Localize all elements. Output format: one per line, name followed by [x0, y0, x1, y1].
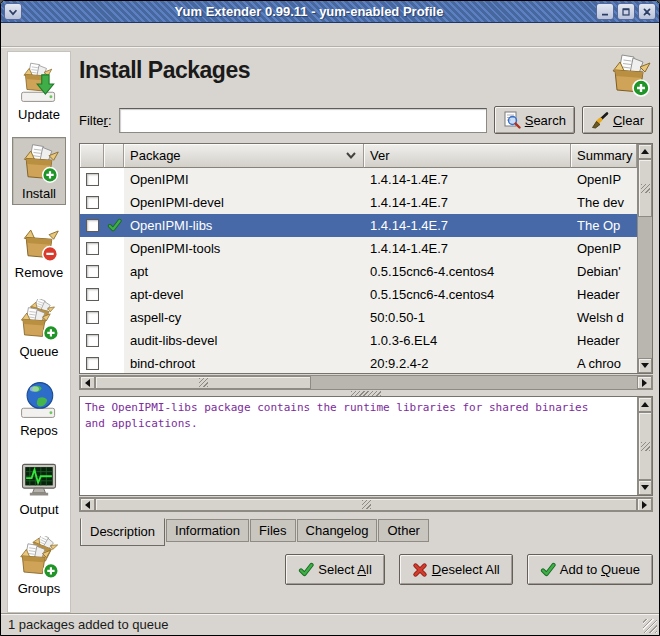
package-version: 1.4.14-1.4E.7: [364, 168, 571, 191]
table-horizontal-scrollbar[interactable]: [79, 375, 653, 390]
search-button[interactable]: Search: [494, 106, 575, 134]
tab-information[interactable]: Information: [166, 519, 249, 542]
package-checkbox[interactable]: [86, 334, 99, 347]
menubar: [1, 23, 659, 47]
table-row[interactable]: OpenIPMI-tools 1.4.14-1.4E.7 OpenIP: [80, 237, 637, 260]
scroll-down-button[interactable]: [638, 480, 652, 495]
window-resize-grip[interactable]: [643, 619, 657, 633]
table-row[interactable]: OpenIPMI 1.4.14-1.4E.7 OpenIP: [80, 168, 637, 191]
scroll-left-button[interactable]: [80, 498, 95, 511]
table-row[interactable]: bind-chroot 20:9.2.4-2 A chroo: [80, 352, 637, 374]
package-name: audit-libs-devel: [124, 329, 364, 352]
content-panel: Install Packages Filter: Search Clear: [79, 51, 653, 613]
table-row[interactable]: audit-libs-devel 1.0.3-6.EL4 Header: [80, 329, 637, 352]
tab-files[interactable]: Files: [250, 519, 295, 542]
statusbar: 1 packages added to queue: [1, 613, 659, 635]
deselect-all-button[interactable]: Deselect All: [399, 554, 513, 585]
package-checkbox[interactable]: [86, 311, 99, 324]
package-checkbox[interactable]: [86, 357, 99, 370]
sidebar-item-install[interactable]: Install: [12, 137, 66, 205]
minimize-button[interactable]: [596, 3, 614, 20]
scroll-up-button[interactable]: [638, 397, 652, 412]
table-row[interactable]: OpenIPMI-libs 1.4.14-1.4E.7 The Op: [80, 214, 637, 237]
scroll-left-button[interactable]: [80, 376, 95, 389]
table-header: Package Ver Summary: [80, 144, 637, 168]
sidebar-item-queue[interactable]: Queue: [12, 295, 66, 363]
package-summary: OpenIP: [571, 237, 637, 260]
description-horizontal-scrollbar[interactable]: [79, 497, 653, 512]
scroll-down-button[interactable]: [638, 358, 652, 373]
package-checkbox[interactable]: [86, 196, 99, 209]
repos-icon: [17, 378, 61, 422]
filter-input[interactable]: [119, 108, 487, 133]
scrollbar-thumb[interactable]: [638, 412, 652, 480]
menu-item-help[interactable]: [87, 32, 103, 38]
window-menu-button[interactable]: [4, 3, 22, 20]
tab-description[interactable]: Description: [80, 518, 165, 546]
package-version: 0.5.15cnc6-4.centos4: [364, 260, 571, 283]
column-header-state[interactable]: [104, 144, 124, 168]
package-name: aspell-cy: [124, 306, 364, 329]
column-header-summary[interactable]: Summary: [571, 144, 637, 168]
sidebar-item-update[interactable]: Update: [12, 58, 66, 126]
column-header-ver[interactable]: Ver: [364, 144, 571, 168]
package-checkbox[interactable]: [86, 219, 99, 232]
scrollbar-thumb[interactable]: [95, 376, 311, 389]
package-description: The OpenIPMI-libs package contains the r…: [85, 400, 634, 432]
column-header-checkbox[interactable]: [80, 144, 104, 168]
tab-other[interactable]: Other: [378, 519, 429, 542]
package-checkbox[interactable]: [86, 242, 99, 255]
action-button-row: Select All Deselect All Add to Queue: [79, 554, 653, 585]
table-row[interactable]: OpenIPMI-devel 1.4.14-1.4E.7 The dev: [80, 191, 637, 214]
pane-resize-handle[interactable]: [351, 391, 381, 396]
cross-icon: [412, 562, 428, 578]
close-button[interactable]: [638, 3, 656, 20]
table-vertical-scrollbar[interactable]: [637, 144, 652, 373]
scroll-right-button[interactable]: [637, 376, 652, 389]
table-body: OpenIPMI 1.4.14-1.4E.7 OpenIP OpenIPMI-d…: [80, 168, 637, 374]
package-name: OpenIPMI-tools: [124, 237, 364, 260]
description-vertical-scrollbar[interactable]: [637, 397, 652, 495]
add-to-queue-button[interactable]: Add to Queue: [527, 554, 653, 585]
queued-check-icon: [107, 218, 122, 233]
package-checkbox[interactable]: [86, 288, 99, 301]
scrollbar-thumb[interactable]: [95, 498, 637, 511]
table-row[interactable]: apt 0.5.15cnc6-4.centos4 Debian': [80, 260, 637, 283]
search-icon: [503, 111, 521, 129]
clear-button[interactable]: Clear: [582, 106, 653, 134]
package-checkbox[interactable]: [86, 173, 99, 186]
sidebar-item-groups[interactable]: Groups: [12, 532, 66, 600]
column-header-package[interactable]: Package: [124, 144, 364, 168]
scrollbar-thumb[interactable]: [638, 159, 652, 217]
filter-label: Filter:: [79, 113, 112, 128]
menu-item-profiles[interactable]: [47, 32, 63, 38]
package-version: 1.4.14-1.4E.7: [364, 237, 571, 260]
detail-tabs: DescriptionInformationFilesChangelogOthe…: [79, 518, 653, 545]
window-menu-chevron-icon: [7, 6, 19, 18]
status-text: 1 packages added to queue: [8, 617, 168, 632]
scroll-right-button[interactable]: [637, 498, 652, 511]
package-summary: Welsh d: [571, 306, 637, 329]
package-version: 50:0.50-1: [364, 306, 571, 329]
sort-chevron-icon: [345, 151, 357, 160]
scroll-up-button[interactable]: [638, 144, 652, 159]
select-all-button[interactable]: Select All: [285, 554, 384, 585]
sidebar-item-repos[interactable]: Repos: [12, 374, 66, 442]
package-summary: A chroo: [571, 352, 637, 374]
menu-item-tools[interactable]: [67, 32, 83, 38]
package-version: 20:9.2.4-2: [364, 352, 571, 374]
table-row[interactable]: apt-devel 0.5.15cnc6-4.centos4 Header: [80, 283, 637, 306]
menu-item-file[interactable]: [7, 32, 23, 38]
package-checkbox[interactable]: [86, 265, 99, 278]
package-summary: The Op: [571, 214, 637, 237]
menu-item-edit[interactable]: [27, 32, 43, 38]
titlebar[interactable]: Yum Extender 0.99.11 - yum-enabled Profi…: [1, 1, 659, 23]
check-icon: [298, 562, 314, 578]
package-summary: Debian': [571, 260, 637, 283]
minimize-icon: [599, 6, 611, 18]
table-row[interactable]: aspell-cy 50:0.50-1 Welsh d: [80, 306, 637, 329]
sidebar-item-output[interactable]: Output: [12, 453, 66, 521]
tab-changelog[interactable]: Changelog: [297, 519, 378, 542]
maximize-button[interactable]: [617, 3, 635, 20]
sidebar-item-remove[interactable]: Remove: [10, 216, 68, 284]
